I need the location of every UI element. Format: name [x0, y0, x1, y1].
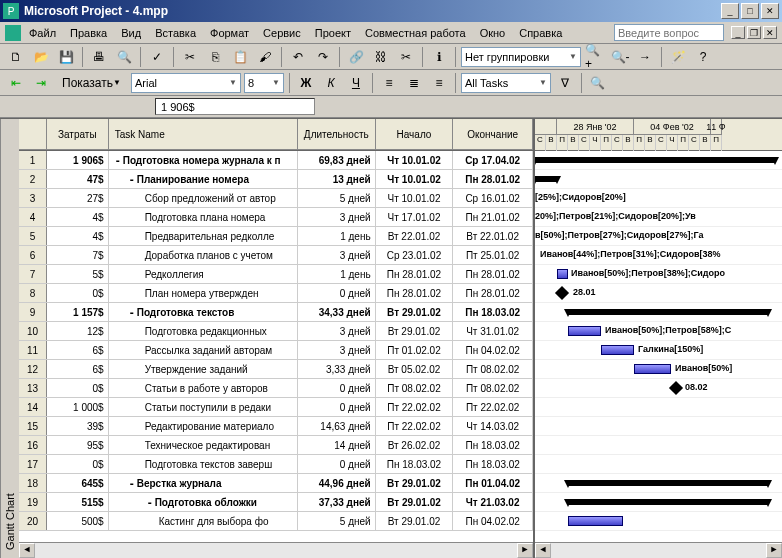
gantt-scroll-left-button[interactable]: ◄: [535, 543, 551, 558]
task-bar[interactable]: [568, 326, 601, 336]
gantt-row[interactable]: [25%];Сидоров[20%]: [535, 189, 782, 208]
outline-toggle-icon[interactable]: -: [113, 155, 123, 166]
table-row[interactable]: 18645$- Верстка журнала44,96 днейВт 29.0…: [19, 474, 533, 493]
cell-start[interactable]: Пт 01.02.02: [376, 341, 454, 359]
cell-duration[interactable]: 5 дней: [298, 512, 376, 530]
gantt-row[interactable]: [535, 417, 782, 436]
menu-view[interactable]: Вид: [115, 25, 147, 41]
bold-button[interactable]: Ж: [295, 72, 317, 94]
cell-duration[interactable]: 1 день: [298, 227, 376, 245]
cell-duration[interactable]: 13 дней: [298, 170, 376, 188]
cell-name[interactable]: Статьи в работе у авторов: [109, 379, 298, 397]
cell-start[interactable]: Ср 23.01.02: [376, 246, 454, 264]
task-bar[interactable]: [557, 269, 568, 279]
cell-name[interactable]: Редактирование материало: [109, 417, 298, 435]
row-number[interactable]: 16: [19, 436, 47, 454]
outline-toggle-icon[interactable]: -: [127, 174, 137, 185]
cell-cost[interactable]: 500$: [47, 512, 109, 530]
grid-hscroll[interactable]: ◄ ►: [19, 542, 533, 558]
maximize-button[interactable]: □: [741, 3, 759, 19]
cell-cost[interactable]: 4$: [47, 227, 109, 245]
cell-finish[interactable]: Пн 04.02.02: [453, 512, 533, 530]
cell-cost[interactable]: 645$: [47, 474, 109, 492]
row-number[interactable]: 7: [19, 265, 47, 283]
row-number[interactable]: 14: [19, 398, 47, 416]
gantt-body[interactable]: [25%];Сидоров[20%]20%];Петров[21%];Сидор…: [535, 151, 782, 542]
cell-finish[interactable]: Пн 21.01.02: [453, 208, 533, 226]
cell-finish[interactable]: Чт 31.01.02: [453, 322, 533, 340]
table-row[interactable]: 1012$Подготовка редакционных3 днейВт 29.…: [19, 322, 533, 341]
cell-finish[interactable]: Ср 17.04.02: [453, 151, 533, 169]
wizard-button[interactable]: 🪄: [667, 46, 689, 68]
summary-bar[interactable]: [568, 480, 768, 486]
table-row[interactable]: 116$Рассылка заданий авторам3 днейПт 01.…: [19, 341, 533, 360]
table-row[interactable]: 1695$Техническое редактирован14 днейВт 2…: [19, 436, 533, 455]
cell-name[interactable]: Статьи поступили в редаки: [109, 398, 298, 416]
cell-duration[interactable]: 1 день: [298, 265, 376, 283]
cell-duration[interactable]: 0 дней: [298, 284, 376, 302]
row-number[interactable]: 19: [19, 493, 47, 511]
gantt-row[interactable]: [535, 436, 782, 455]
cell-finish[interactable]: Пт 08.02.02: [453, 360, 533, 378]
gantt-row[interactable]: в[50%];Петров[27%];Сидоров[27%];Га: [535, 227, 782, 246]
table-row[interactable]: 44$Подготовка плана номера3 днейЧт 17.01…: [19, 208, 533, 227]
cell-duration[interactable]: 0 дней: [298, 398, 376, 416]
menu-tools[interactable]: Сервис: [257, 25, 307, 41]
cell-start[interactable]: Чт 10.01.02: [376, 189, 454, 207]
outdent-right-button[interactable]: ⇥: [30, 72, 52, 94]
cut-button[interactable]: ✂: [179, 46, 201, 68]
row-number[interactable]: 8: [19, 284, 47, 302]
save-button[interactable]: 💾: [55, 46, 77, 68]
row-number[interactable]: 13: [19, 379, 47, 397]
task-bar[interactable]: [634, 364, 671, 374]
cell-start[interactable]: Вт 05.02.02: [376, 360, 454, 378]
cell-start[interactable]: Пт 22.02.02: [376, 417, 454, 435]
cell-duration[interactable]: 14,63 дней: [298, 417, 376, 435]
table-row[interactable]: 19515$- Подготовка обложки37,33 днейВт 2…: [19, 493, 533, 512]
cell-start[interactable]: Пн 28.01.02: [376, 284, 454, 302]
underline-button[interactable]: Ч: [345, 72, 367, 94]
table-row[interactable]: 91 157$- Подготовка текстов34,33 днейВт …: [19, 303, 533, 322]
col-cost[interactable]: Затраты: [47, 119, 109, 150]
gantt-hscroll[interactable]: ◄ ►: [535, 542, 782, 558]
cell-duration[interactable]: 5 дней: [298, 189, 376, 207]
cell-finish[interactable]: Пн 18.03.02: [453, 303, 533, 321]
zoom-button[interactable]: 🔍: [587, 72, 609, 94]
print-button[interactable]: 🖶: [88, 46, 110, 68]
cell-cost[interactable]: 6$: [47, 341, 109, 359]
gantt-row[interactable]: [535, 512, 782, 531]
cell-duration[interactable]: 69,83 дней: [298, 151, 376, 169]
row-number[interactable]: 1: [19, 151, 47, 169]
row-number[interactable]: 9: [19, 303, 47, 321]
cell-finish[interactable]: Пт 08.02.02: [453, 379, 533, 397]
cell-finish[interactable]: Пн 18.03.02: [453, 455, 533, 473]
gantt-row[interactable]: 20%];Петров[21%];Сидоров[20%];Ув: [535, 208, 782, 227]
table-row[interactable]: 54$Предварительная редколле1 деньВт 22.0…: [19, 227, 533, 246]
menu-help[interactable]: Справка: [513, 25, 568, 41]
gantt-row[interactable]: Иванов[50%];Петров[58%];С: [535, 322, 782, 341]
size-combo[interactable]: 8▼: [244, 73, 284, 93]
menu-insert[interactable]: Вставка: [149, 25, 202, 41]
row-number[interactable]: 6: [19, 246, 47, 264]
col-duration[interactable]: Длительность: [298, 119, 376, 150]
table-row[interactable]: 141 000$Статьи поступили в редаки0 днейП…: [19, 398, 533, 417]
align-center-button[interactable]: ≣: [403, 72, 425, 94]
cell-start[interactable]: Чт 10.01.02: [376, 170, 454, 188]
gantt-row[interactable]: [535, 151, 782, 170]
cell-cost[interactable]: 12$: [47, 322, 109, 340]
cell-duration[interactable]: 3 дней: [298, 341, 376, 359]
cell-duration[interactable]: 14 дней: [298, 436, 376, 454]
cell-name[interactable]: Техническое редактирован: [109, 436, 298, 454]
cell-finish[interactable]: Вт 22.01.02: [453, 227, 533, 245]
cell-cost[interactable]: 1 157$: [47, 303, 109, 321]
table-row[interactable]: 67$Доработка планов с учетом3 днейСр 23.…: [19, 246, 533, 265]
cell-cost[interactable]: 515$: [47, 493, 109, 511]
cell-cost[interactable]: 0$: [47, 284, 109, 302]
gantt-row[interactable]: 28.01: [535, 284, 782, 303]
cell-duration[interactable]: 37,33 дней: [298, 493, 376, 511]
gantt-chart-tab[interactable]: Gantt Chart: [0, 119, 19, 558]
gantt-row[interactable]: [535, 493, 782, 512]
cell-start[interactable]: Вт 22.01.02: [376, 227, 454, 245]
gantt-scroll-right-button[interactable]: ►: [766, 543, 782, 558]
minimize-button[interactable]: _: [721, 3, 739, 19]
